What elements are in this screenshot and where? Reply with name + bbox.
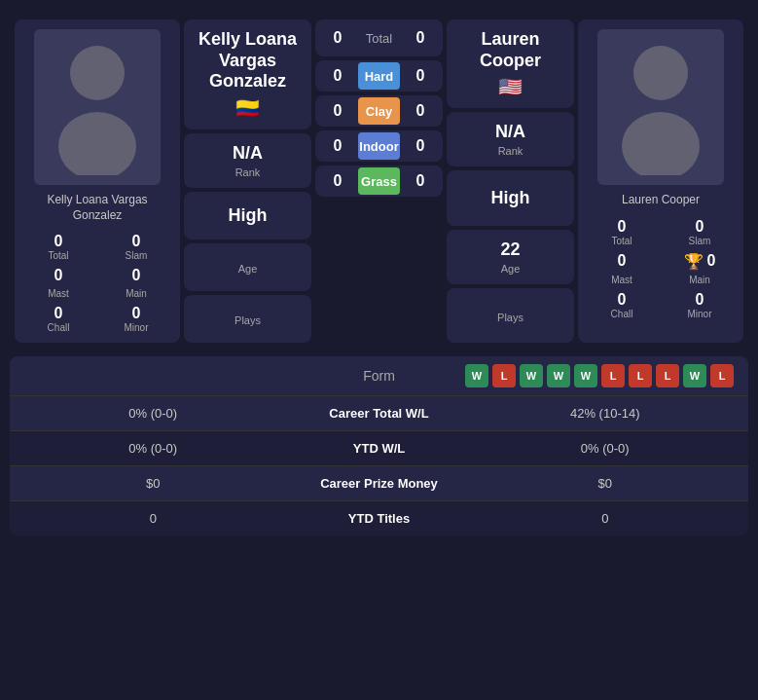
stat-right-3: 0 xyxy=(477,511,735,526)
hard-btn: Hard xyxy=(358,62,400,90)
player1-mast-label: Mast xyxy=(22,288,94,299)
player1-header-name: Kelly Loana Vargas Gonzalez xyxy=(194,29,302,92)
stats-rows: 0% (0-0) Career Total W/L 42% (10-14) 0%… xyxy=(10,395,748,535)
clay-left: 0 xyxy=(323,102,352,120)
center-column: Kelly Loana Vargas Gonzalez 🇨🇴 N/A Rank … xyxy=(184,19,311,343)
player1-main: 0 xyxy=(100,267,172,284)
player2-plays-label: Plays xyxy=(497,312,523,323)
player2-flag: 🇺🇸 xyxy=(456,75,564,98)
player1-main-label: Main xyxy=(100,288,172,299)
form-badge-0: W xyxy=(465,364,488,387)
clay-row: 0 Clay 0 xyxy=(315,95,443,127)
player2-name: Lauren Cooper xyxy=(622,193,700,208)
player2-high-card: High xyxy=(447,170,574,225)
player1-high-value: High xyxy=(229,205,268,226)
stats-table: Form WLWWWLLLWL 0% (0-0) Career Total W/… xyxy=(10,356,748,535)
player2-card: Lauren Cooper 0 Total 0 Slam 0 🏆 0 xyxy=(578,19,743,343)
player2-minor: 0 Minor xyxy=(664,291,736,319)
grass-row: 0 Grass 0 xyxy=(315,166,443,197)
player2-slam: 0 Slam xyxy=(664,218,736,246)
player1-chall: 0 Chall xyxy=(22,305,94,333)
grass-btn: Grass xyxy=(358,167,400,195)
svg-point-0 xyxy=(70,46,125,100)
player2-main-trophy: 🏆 0 xyxy=(664,252,736,271)
stat-left-3: 0 xyxy=(24,511,282,526)
form-badge-1: L xyxy=(492,364,516,387)
player2-stats: 0 Total 0 Slam 0 🏆 0 xyxy=(586,218,736,271)
player1-minor: 0 Minor xyxy=(100,305,172,333)
player2-header: Lauren Cooper 🇺🇸 xyxy=(447,19,574,108)
player1-card: Kelly Loana Vargas Gonzalez 0 Total 0 Sl… xyxy=(15,19,180,343)
form-badge-9: L xyxy=(710,364,734,387)
scores-column: 0 Total 0 0 Hard 0 0 Clay 0 0 Indoor 0 xyxy=(315,19,443,343)
player1-rank-card: N/A Rank xyxy=(184,133,311,188)
svg-point-2 xyxy=(633,46,688,100)
stat-row-2: $0 Career Prize Money $0 xyxy=(10,465,748,500)
stat-left-1: 0% (0-0) xyxy=(24,441,282,456)
form-badge-3: W xyxy=(547,364,570,387)
stat-row-0: 0% (0-0) Career Total W/L 42% (10-14) xyxy=(10,395,748,430)
player2-mast-label: Mast xyxy=(586,275,658,285)
stat-left-0: 0% (0-0) xyxy=(24,406,282,421)
stat-row-1: 0% (0-0) YTD W/L 0% (0-0) xyxy=(10,430,748,465)
stat-left-2: $0 xyxy=(24,476,282,491)
player1-plays-card: Plays xyxy=(184,295,311,343)
main-container: Kelly Loana Vargas Gonzalez 0 Total 0 Sl… xyxy=(0,0,758,545)
player1-rank-label: Rank xyxy=(235,166,261,178)
total-right: 0 xyxy=(406,29,435,47)
player2-mast: 0 xyxy=(586,252,658,271)
clay-right: 0 xyxy=(406,102,435,120)
player2-age-card: 22 Age xyxy=(447,230,574,284)
player2-age-label: Age xyxy=(501,263,521,275)
grass-left: 0 xyxy=(323,172,352,190)
player1-avatar xyxy=(34,29,161,185)
indoor-btn: Indoor xyxy=(358,132,400,160)
player1-slam: 0 Slam xyxy=(100,233,172,261)
hard-right: 0 xyxy=(406,67,435,85)
indoor-left: 0 xyxy=(323,137,352,155)
player1-age-label: Age xyxy=(238,263,258,275)
stat-center-2: Career Prize Money xyxy=(282,476,477,491)
indoor-row: 0 Indoor 0 xyxy=(315,130,443,162)
player1-mast: 0 xyxy=(22,267,94,284)
total-row: 0 Total 0 xyxy=(315,19,443,56)
form-badge-7: L xyxy=(656,364,679,387)
player2-total: 0 Total xyxy=(586,218,658,246)
form-badge-5: L xyxy=(601,364,625,387)
player2-age-value: 22 xyxy=(500,239,520,260)
player2-info-column: Lauren Cooper 🇺🇸 N/A Rank High 22 Age Pl… xyxy=(447,19,574,343)
trophy-icon: 🏆 xyxy=(684,252,704,271)
player2-stats2: Mast Main 0 Chall 0 Minor xyxy=(586,275,736,319)
player2-rank-value: N/A xyxy=(495,122,525,142)
player1-stats2: Mast Main 0 Chall 0 Minor xyxy=(22,288,172,333)
indoor-right: 0 xyxy=(406,137,435,155)
player1-flag: 🇨🇴 xyxy=(194,96,302,120)
hard-left: 0 xyxy=(323,67,352,85)
player2-rank-label: Rank xyxy=(498,145,523,157)
stat-center-3: YTD Titles xyxy=(282,511,477,526)
svg-point-1 xyxy=(58,112,136,175)
player2-avatar xyxy=(597,29,724,185)
player2-chall: 0 Chall xyxy=(586,291,658,319)
stat-row-3: 0 YTD Titles 0 xyxy=(10,500,748,535)
player1-header: Kelly Loana Vargas Gonzalez 🇨🇴 xyxy=(184,19,311,129)
form-badge-2: W xyxy=(520,364,543,387)
clay-btn: Clay xyxy=(358,97,400,125)
player1-rank-value: N/A xyxy=(233,143,263,164)
form-row: Form WLWWWLLLWL xyxy=(10,356,748,395)
total-label: Total xyxy=(352,31,406,46)
player2-main-label: Main xyxy=(664,275,736,285)
player1-name: Kelly Loana Vargas Gonzalez xyxy=(22,193,172,223)
svg-point-3 xyxy=(622,112,700,175)
form-badge-8: W xyxy=(683,364,706,387)
form-badges: WLWWWLLLWL xyxy=(438,364,735,387)
hard-row: 0 Hard 0 xyxy=(315,60,443,92)
player2-high-value: High xyxy=(491,188,530,208)
stat-right-1: 0% (0-0) xyxy=(477,441,735,456)
form-badge-6: L xyxy=(629,364,652,387)
form-label: Form xyxy=(321,368,438,384)
total-left: 0 xyxy=(323,29,352,47)
player2-plays-card: Plays xyxy=(447,288,574,343)
player1-high-card: High xyxy=(184,192,311,239)
players-section: Kelly Loana Vargas Gonzalez 0 Total 0 Sl… xyxy=(10,10,748,352)
